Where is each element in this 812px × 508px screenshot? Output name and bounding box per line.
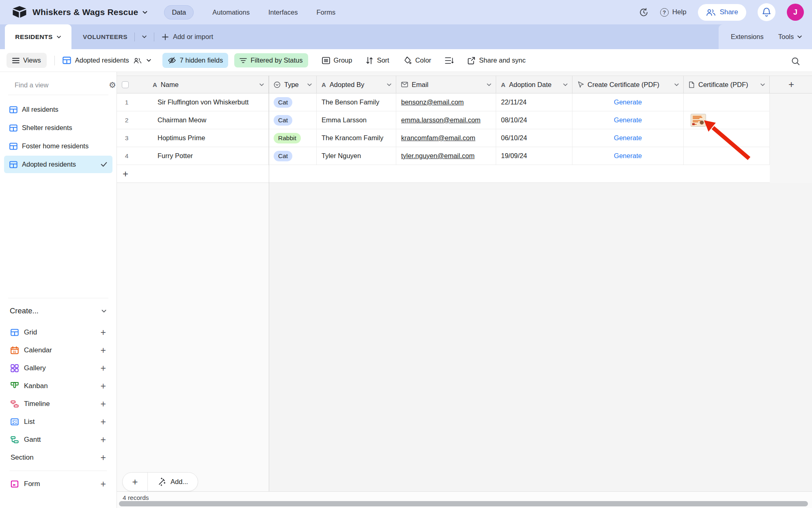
create-form[interactable]: Form + <box>8 475 108 493</box>
base-title[interactable]: Whiskers & Wags Rescue <box>32 7 138 17</box>
generate-button[interactable]: Generate <box>614 98 642 106</box>
column-header-email[interactable]: Email <box>396 76 496 93</box>
plus-icon[interactable]: + <box>101 345 106 356</box>
notifications-button[interactable] <box>758 3 775 21</box>
type-chip[interactable]: Cat <box>274 97 292 108</box>
chevron-down-icon[interactable] <box>486 83 492 87</box>
table-tab-residents[interactable]: RESIDENTS <box>5 24 71 49</box>
type-chip[interactable]: Cat <box>274 115 292 126</box>
select-all-checkbox[interactable] <box>122 81 129 88</box>
history-icon[interactable] <box>639 7 649 17</box>
chevron-down-icon[interactable] <box>142 35 147 39</box>
add-with-ai-button[interactable]: Add... <box>148 473 198 491</box>
add-or-import-button[interactable]: Add or import <box>162 33 213 41</box>
table-row[interactable]: 1Sir Fluffington von Whiskerbutt Cat The… <box>117 93 770 111</box>
column-header-type[interactable]: Type <box>269 76 317 93</box>
plus-icon[interactable]: + <box>101 479 106 490</box>
plus-icon[interactable]: + <box>101 452 106 463</box>
cell-adopted-by[interactable]: Emma Larsson <box>322 116 367 124</box>
tools-button[interactable]: Tools <box>778 33 803 41</box>
cell-certificate[interactable] <box>684 147 770 165</box>
tab-interfaces[interactable]: Interfaces <box>268 9 298 16</box>
table-row[interactable]: 3Hoptimus Prime Rabbit The Krancom Famil… <box>117 129 770 147</box>
sidebar-view-all-residents[interactable]: All residents <box>4 101 112 118</box>
chevron-down-icon[interactable] <box>563 83 568 87</box>
type-chip[interactable]: Cat <box>274 151 292 161</box>
find-view-input[interactable] <box>15 81 104 89</box>
cell-certificate[interactable] <box>684 93 770 111</box>
plus-icon[interactable]: + <box>101 434 106 445</box>
current-view-button[interactable]: Adopted residents <box>63 56 151 65</box>
sidebar-view-adopted-residents[interactable]: Adopted residents <box>4 156 112 173</box>
cell-adopted-by[interactable]: The Benson Family <box>322 98 379 106</box>
table-row[interactable]: 2Chairman Meow Cat Emma Larsson emma.lar… <box>117 111 770 129</box>
chevron-down-icon[interactable] <box>307 83 312 87</box>
chevron-down-icon[interactable] <box>760 83 765 87</box>
plus-icon[interactable]: + <box>101 417 106 428</box>
cell-adoption-date[interactable]: 06/10/24 <box>501 134 527 142</box>
plus-icon[interactable]: + <box>101 363 106 374</box>
tab-automations[interactable]: Automations <box>212 9 250 16</box>
generate-button[interactable]: Generate <box>614 116 642 124</box>
email-link[interactable]: bensonz@email.com <box>401 98 464 106</box>
table-tab-volunteers[interactable]: VOLUNTEERS <box>83 33 127 41</box>
add-field-button[interactable]: + <box>770 76 812 93</box>
column-header-name[interactable]: A Name <box>117 76 269 93</box>
cell-adoption-date[interactable]: 08/10/24 <box>501 116 527 124</box>
plus-icon[interactable]: + <box>101 327 106 338</box>
cell-adoption-date[interactable]: 22/11/24 <box>501 98 527 106</box>
generate-button[interactable]: Generate <box>614 152 642 160</box>
share-button[interactable]: Share <box>698 4 746 21</box>
chevron-down-icon[interactable] <box>56 35 61 39</box>
plus-icon[interactable]: + <box>101 399 106 410</box>
sidebar-view-shelter-residents[interactable]: Shelter residents <box>4 119 112 137</box>
create-gallery[interactable]: Gallery + <box>8 359 108 377</box>
row-height-button[interactable] <box>445 56 454 65</box>
chevron-down-icon[interactable] <box>259 83 264 87</box>
table-row[interactable]: 4Furry Potter Cat Tyler Nguyen tyler.ngu… <box>117 147 770 165</box>
chevron-down-icon[interactable] <box>387 83 392 87</box>
cell-certificate[interactable] <box>684 111 770 129</box>
chevron-down-icon[interactable] <box>674 83 679 87</box>
tab-forms[interactable]: Forms <box>316 9 335 16</box>
email-link[interactable]: emma.larsson@email.com <box>401 116 481 124</box>
cell-name[interactable]: Furry Potter <box>158 152 193 160</box>
filter-button[interactable]: Filtered by Status <box>234 53 308 67</box>
color-button[interactable]: Color <box>403 56 431 65</box>
tab-data[interactable]: Data <box>164 5 194 20</box>
column-header-adoption-date[interactable]: A Adoption Date <box>496 76 572 93</box>
search-icon[interactable] <box>790 56 801 66</box>
create-grid[interactable]: Grid + <box>8 323 108 341</box>
create-calendar[interactable]: 31 Calendar + <box>8 341 108 359</box>
certificate-thumbnail[interactable] <box>691 114 706 127</box>
plus-icon[interactable]: + <box>101 381 106 392</box>
gear-icon[interactable]: ⚙ <box>109 81 116 89</box>
add-record-button[interactable]: + <box>123 473 148 491</box>
cell-adopted-by[interactable]: Tyler Nguyen <box>322 152 361 160</box>
create-gantt[interactable]: Gantt + <box>8 431 108 449</box>
chevron-down-icon[interactable] <box>142 11 148 14</box>
column-header-adopted-by[interactable]: A Adopted By <box>317 76 396 93</box>
views-button[interactable]: Views <box>6 53 47 68</box>
horizontal-scrollbar[interactable] <box>119 501 808 506</box>
sort-button[interactable]: Sort <box>366 56 389 65</box>
help-button[interactable]: ? Help <box>660 8 687 17</box>
hidden-fields-button[interactable]: 7 hidden fields <box>162 53 228 68</box>
sidebar-view-foster-home-residents[interactable]: Foster home residents <box>4 137 112 155</box>
column-header-certificate[interactable]: Certificate (PDF) <box>684 76 770 93</box>
share-and-sync-button[interactable]: Share and sync <box>467 56 526 65</box>
cell-name[interactable]: Sir Fluffington von Whiskerbutt <box>158 98 248 106</box>
cell-adopted-by[interactable]: The Krancom Family <box>322 134 383 142</box>
email-link[interactable]: krancomfam@email.com <box>401 134 475 142</box>
create-list[interactable]: List + <box>8 413 108 431</box>
add-row-button[interactable]: + <box>117 165 770 183</box>
email-link[interactable]: tyler.nguyen@email.com <box>401 152 475 160</box>
cell-adoption-date[interactable]: 19/09/24 <box>501 152 527 160</box>
create-kanban[interactable]: Kanban + <box>8 377 108 395</box>
group-button[interactable]: Group <box>322 56 352 65</box>
column-header-create-certificate[interactable]: Create Certificate (PDF) <box>572 76 684 93</box>
avatar[interactable]: J <box>787 4 804 21</box>
cell-certificate[interactable] <box>684 129 770 147</box>
cell-name[interactable]: Chairman Meow <box>158 116 206 124</box>
type-chip[interactable]: Rabbit <box>274 133 301 143</box>
